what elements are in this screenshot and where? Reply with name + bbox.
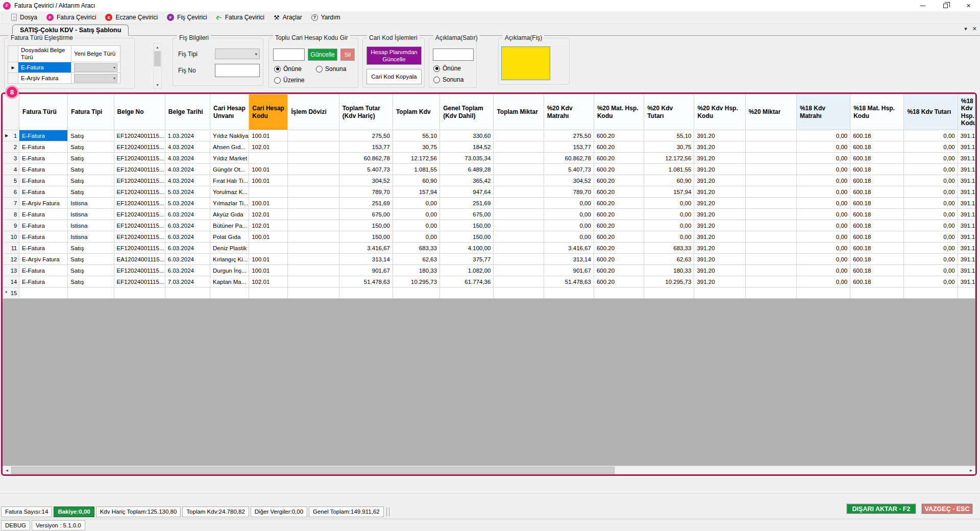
grid-cell[interactable] xyxy=(745,254,796,265)
grid-cell[interactable]: EF12024001115... xyxy=(114,209,165,220)
radio-sonuna[interactable]: Sonuna xyxy=(433,76,463,83)
grid-cell[interactable]: 6.03.2024 xyxy=(165,220,210,231)
grid-cell[interactable]: 600.18 xyxy=(850,141,904,153)
grid-cell[interactable] xyxy=(745,243,796,254)
grid-header-cell[interactable]: %20 Kdv Hsp. Kodu xyxy=(694,94,745,130)
grid-cell[interactable]: EF12024001115... xyxy=(114,141,165,153)
grid-cell[interactable]: 391.18 xyxy=(958,164,975,175)
grid-cell[interactable]: 55,10 xyxy=(393,130,439,141)
grid-cell[interactable]: 0,00 xyxy=(393,220,439,231)
combo-dropdown[interactable]: ▾ xyxy=(74,74,117,83)
grid-cell[interactable] xyxy=(494,186,544,198)
grid-cell[interactable]: 600.18 xyxy=(850,209,904,220)
grid-cell[interactable]: 3.416,67 xyxy=(339,243,393,254)
grid-cell[interactable]: 150,00 xyxy=(440,220,494,231)
grid-cell[interactable]: 0,00 xyxy=(796,243,850,254)
grid-header-cell[interactable]: Cari Hesap Kodu xyxy=(249,94,288,130)
grid-cell[interactable]: 600.18 xyxy=(850,164,904,175)
grid-cell[interactable]: 600.20 xyxy=(594,186,644,198)
scroll-down-icon[interactable]: ▼ xyxy=(154,81,161,88)
grid-cell[interactable]: 600.18 xyxy=(850,198,904,209)
grid-cell[interactable]: 391.18 xyxy=(958,175,975,186)
menu-eczane-cevirici[interactable]: E Eczane Çevirici xyxy=(101,11,162,24)
grid-cell[interactable]: E-Fatura xyxy=(19,141,68,153)
grid-cell[interactable]: 184,52 xyxy=(440,141,494,153)
grid-cell[interactable]: 102.01 xyxy=(249,141,288,153)
grid-cell[interactable]: E-Fatura xyxy=(19,175,68,186)
grid-cell[interactable]: 391.18 xyxy=(958,220,975,231)
row-indicator[interactable]: 13 xyxy=(3,265,19,276)
grid-cell[interactable]: 275,50 xyxy=(339,130,393,141)
scroll-thumb[interactable] xyxy=(11,467,615,474)
row-indicator[interactable]: 7 xyxy=(3,198,19,209)
grid-cell[interactable]: 6.03.2024 xyxy=(165,231,210,243)
grid-cell[interactable] xyxy=(288,276,339,287)
grid-cell[interactable]: 0,00 xyxy=(796,186,850,198)
grid-cell[interactable]: 0,00 xyxy=(544,198,594,209)
grid-cell[interactable]: 600.20 xyxy=(594,198,644,209)
grid-cell[interactable] xyxy=(249,243,288,254)
grid-cell[interactable]: Yıldız Market xyxy=(210,153,249,164)
row-indicator[interactable]: 8 xyxy=(3,209,19,220)
grid-cell[interactable]: 10.295,73 xyxy=(644,276,694,287)
grid-cell[interactable] xyxy=(494,243,544,254)
radio-sonuna[interactable]: Sonuna xyxy=(316,65,346,73)
grid-cell[interactable] xyxy=(494,164,544,175)
grid-cell[interactable] xyxy=(288,231,339,243)
grid-cell[interactable]: Polat Gıda xyxy=(210,231,249,243)
grid-cell[interactable]: Satış xyxy=(68,175,114,186)
grid-cell[interactable] xyxy=(850,287,904,299)
grid-cell[interactable]: 0,00 xyxy=(796,141,850,153)
grid-cell[interactable]: 0,00 xyxy=(796,198,850,209)
grid-cell[interactable]: 600.18 xyxy=(850,153,904,164)
grid-cell[interactable]: E-Fatura xyxy=(19,153,68,164)
grid-cell[interactable]: 600.20 xyxy=(594,153,644,164)
grid-cell[interactable]: Satış xyxy=(68,153,114,164)
grid-cell[interactable] xyxy=(796,287,850,299)
grid-cell[interactable]: EF12024001115... xyxy=(114,243,165,254)
grid-cell[interactable]: 10.295,73 xyxy=(393,276,439,287)
menu-araclar[interactable]: ⚒ Araçlar xyxy=(269,11,307,24)
grid-cell[interactable]: 391.18 xyxy=(958,209,975,220)
grid-cell[interactable]: 1.081,55 xyxy=(393,164,439,175)
cancel-button[interactable]: VAZGEÇ - ESC xyxy=(922,504,972,514)
grid-cell[interactable]: 0,00 xyxy=(904,254,958,265)
grid-cell[interactable]: 391.18 xyxy=(958,276,975,287)
grid-cell[interactable]: 391.20 xyxy=(694,243,745,254)
grid-cell[interactable]: E-Fatura xyxy=(19,276,68,287)
mapping-scrollbar[interactable]: ▲ ▼ xyxy=(153,43,162,89)
grid-cell[interactable] xyxy=(745,220,796,231)
chevron-down-icon[interactable]: ▾ xyxy=(964,26,967,32)
grid-cell[interactable]: 30,75 xyxy=(393,141,439,153)
grid-cell[interactable] xyxy=(249,287,288,299)
grid-cell[interactable]: 600.20 xyxy=(594,276,644,287)
grid-cell[interactable]: EA12024001115... xyxy=(114,254,165,265)
grid-cell[interactable]: 100.01 xyxy=(249,265,288,276)
grid-cell[interactable]: 6.03.2024 xyxy=(165,243,210,254)
grid-cell[interactable] xyxy=(249,153,288,164)
grid-cell[interactable]: 100.01 xyxy=(249,198,288,209)
row-indicator[interactable]: 10 xyxy=(3,231,19,243)
grid-cell[interactable] xyxy=(288,198,339,209)
grid-cell[interactable]: 947,64 xyxy=(440,186,494,198)
grid-cell[interactable] xyxy=(114,287,165,299)
aciklama-satir-input[interactable] xyxy=(433,49,474,61)
grid-cell[interactable]: Yılmazlar Ti... xyxy=(210,198,249,209)
grid-cell[interactable]: 600.20 xyxy=(594,254,644,265)
grid-cell[interactable]: EF12024001115... xyxy=(114,153,165,164)
toplu-cari-kod-input[interactable] xyxy=(273,49,305,61)
grid-cell[interactable] xyxy=(644,287,694,299)
grid-cell[interactable]: Deniz Plastik xyxy=(210,243,249,254)
grid-cell[interactable]: 0,00 xyxy=(796,209,850,220)
grid-header-cell[interactable]: Belge Tarihi xyxy=(165,94,210,130)
minimize-button[interactable] xyxy=(911,0,934,11)
grid-cell[interactable]: Akyüz Gıda xyxy=(210,209,249,220)
scroll-up-icon[interactable]: ▲ xyxy=(154,43,161,51)
grid-cell[interactable]: Yorulmaz K... xyxy=(210,186,249,198)
scroll-left-icon[interactable]: ◄ xyxy=(3,466,11,474)
grid-header-cell[interactable]: Belge No xyxy=(114,94,165,130)
grid-cell[interactable] xyxy=(904,287,958,299)
grid-cell[interactable] xyxy=(68,287,114,299)
grid-cell[interactable]: 600.18 xyxy=(850,175,904,186)
grid-corner[interactable] xyxy=(3,94,19,130)
